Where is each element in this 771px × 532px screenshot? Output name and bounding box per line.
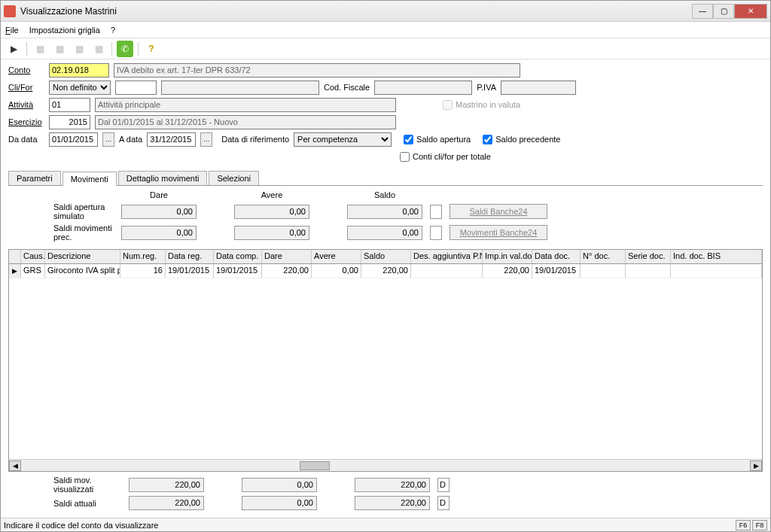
scroll-left-icon[interactable]: ◀ — [9, 461, 21, 471]
dadata-label: Da data — [8, 135, 44, 144]
tab-movimenti[interactable]: Movimenti — [62, 172, 117, 186]
apertura-avere: 0,00 — [234, 205, 309, 219]
vis-d: D — [437, 478, 449, 492]
scroll-thumb[interactable] — [300, 461, 330, 470]
col-datadoc[interactable]: Data doc. — [532, 250, 581, 263]
close-button[interactable]: ✕ — [734, 4, 767, 19]
col-numreg[interactable]: Num.reg. — [120, 250, 166, 263]
vis-label: Saldi mov. visualizzati — [8, 476, 121, 494]
f6-indicator: F6 — [736, 520, 751, 530]
codfiscale-field — [374, 81, 472, 95]
col-seriedoc[interactable]: Serie doc. — [626, 250, 671, 263]
col-desagg[interactable]: Des. aggiuntiva P.N — [411, 250, 483, 263]
menu-help[interactable]: ? — [111, 26, 115, 35]
col-descr[interactable]: Descrizione — [45, 250, 120, 263]
col-caus[interactable]: Caus. — [21, 250, 45, 263]
attivita-label: Attività — [8, 100, 44, 109]
status-text: Indicare il codice del conto da visualiz… — [4, 521, 158, 530]
col-saldo[interactable]: Saldo — [361, 250, 411, 263]
window-title: Visualizzazione Mastrini — [20, 6, 692, 17]
prec-avere: 0,00 — [234, 226, 309, 240]
conto-input[interactable] — [49, 63, 109, 78]
statusbar: Indicare il codice del conto da visualiz… — [1, 518, 770, 531]
vis-saldo: 220,00 — [355, 478, 430, 492]
run-button[interactable]: ▶ — [5, 41, 22, 57]
adata-label: A data — [119, 135, 142, 144]
att-avere: 0,00 — [242, 496, 317, 510]
saldo-precedente-checkbox[interactable]: Saldo precedente — [483, 135, 560, 144]
grid-button-3[interactable]: ▦ — [71, 41, 87, 57]
grid-button-1[interactable]: ▦ — [32, 41, 48, 57]
prec-label: Saldi movimenti prec. — [8, 223, 114, 242]
att-dare: 220,00 — [129, 496, 204, 510]
clifor-code-input[interactable] — [115, 81, 157, 95]
adata-input[interactable] — [147, 132, 196, 147]
col-numdoc[interactable]: N° doc. — [581, 250, 626, 263]
horizontal-scrollbar[interactable]: ◀ ▶ — [9, 459, 762, 471]
data-grid: Caus. Descrizione Num.reg. Data reg. Dat… — [8, 249, 763, 472]
menu-impostazioni[interactable]: Impostazioni griglia — [29, 26, 100, 35]
content: Conto Cli/For Non definito Cod. Fiscale … — [1, 59, 770, 518]
apertura-dare: 0,00 — [121, 205, 197, 219]
tab-dettaglio[interactable]: Dettaglio movimenti — [118, 171, 208, 185]
col-impval[interactable]: Imp.in val.do — [483, 250, 532, 263]
col-datacomp[interactable]: Data comp. — [214, 250, 262, 263]
att-label: Saldi attuali — [8, 499, 121, 508]
col-dare[interactable]: Dare — [262, 250, 312, 263]
dadata-input[interactable] — [49, 132, 98, 147]
mov-banche-button[interactable]: Movimenti Banche24 — [449, 225, 547, 240]
attivita-input[interactable] — [49, 98, 90, 112]
apertura-saldo: 0,00 — [347, 205, 422, 219]
attivita-desc — [95, 98, 396, 112]
f8-indicator: F8 — [752, 520, 767, 530]
menu-file[interactable]: File — [5, 26, 19, 35]
head-avere: Avere — [234, 190, 309, 199]
mastrino-valuta-checkbox: Mastrino in valuta — [443, 100, 520, 110]
grid-button-4[interactable]: ▦ — [90, 41, 107, 57]
head-saldo: Saldo — [347, 190, 422, 199]
vis-dare: 220,00 — [129, 478, 204, 492]
clifor-label: Cli/For — [8, 83, 44, 92]
grid-button-2[interactable]: ▦ — [51, 41, 68, 57]
scroll-right-icon[interactable]: ▶ — [750, 461, 762, 471]
conti-totale-checkbox[interactable]: Conti cli/for per totale — [400, 152, 491, 162]
titlebar: Visualizzazione Mastrini — ▢ ✕ — [1, 1, 770, 22]
app-window: Visualizzazione Mastrini — ▢ ✕ File Impo… — [0, 0, 771, 532]
bottom-saldi: Saldi mov. visualizzati 220,00 0,00 220,… — [8, 472, 763, 515]
dadata-picker[interactable]: … — [102, 132, 114, 147]
tab-selezioni[interactable]: Selezioni — [209, 171, 259, 185]
saldi-banche-button[interactable]: Saldi Banche24 — [449, 204, 547, 219]
grid-header: Caus. Descrizione Num.reg. Data reg. Dat… — [9, 250, 762, 264]
att-d: D — [437, 496, 449, 510]
clifor-desc — [161, 81, 319, 95]
col-datareg[interactable]: Data reg. — [166, 250, 214, 263]
apertura-label: Saldi apertura simulato — [8, 202, 114, 220]
grid-body[interactable]: ▶ GRS Giroconto IVA split p 16 19/01/201… — [9, 264, 762, 459]
maximize-button[interactable]: ▢ — [713, 4, 734, 19]
piva-field — [501, 81, 576, 95]
esercizio-desc — [95, 115, 396, 129]
menubar: File Impostazioni griglia ? — [1, 22, 770, 38]
vis-avere: 0,00 — [242, 478, 317, 492]
help-button[interactable]: ? — [143, 41, 160, 57]
saldi-section: Dare Avere Saldo Saldi apertura simulato… — [8, 186, 763, 249]
att-saldo: 220,00 — [355, 496, 430, 510]
esercizio-input[interactable] — [49, 115, 90, 129]
tab-parametri[interactable]: Parametri — [8, 171, 61, 185]
clifor-select[interactable]: Non definito — [49, 81, 111, 95]
minimize-button[interactable]: — — [692, 4, 713, 19]
tabs: Parametri Movimenti Dettaglio movimenti … — [8, 171, 763, 186]
prec-saldo: 0,00 — [347, 226, 422, 240]
col-avere[interactable]: Avere — [312, 250, 361, 263]
col-inddoc[interactable]: Ind. doc. BIS — [671, 250, 762, 263]
conto-label: Conto — [8, 65, 44, 74]
toolbar: ▶ ▦ ▦ ▦ ▦ ✆ ? — [1, 38, 770, 59]
phone-button[interactable]: ✆ — [117, 41, 133, 57]
row-pointer-icon: ▶ — [9, 264, 21, 278]
adata-picker[interactable]: … — [200, 132, 212, 147]
datarif-select[interactable]: Per competenza — [294, 132, 392, 147]
app-icon — [4, 5, 16, 17]
saldo-apertura-checkbox[interactable]: Saldo apertura — [404, 135, 471, 144]
table-row[interactable]: ▶ GRS Giroconto IVA split p 16 19/01/201… — [9, 264, 762, 278]
esercizio-label: Esercizio — [8, 117, 44, 126]
